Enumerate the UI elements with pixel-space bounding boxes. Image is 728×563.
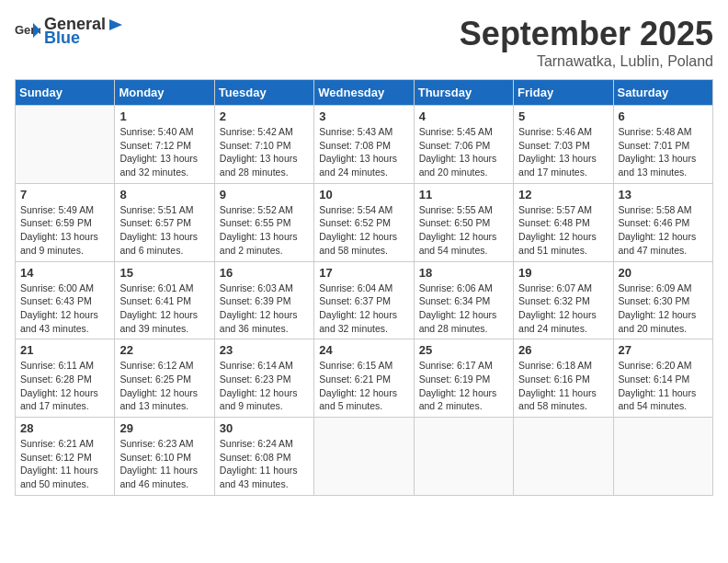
day-info-line: Daylight: 12 hours bbox=[119, 387, 198, 398]
day-info-line: and 43 minutes. bbox=[20, 323, 89, 334]
day-info-line: Sunset: 6:48 PM bbox=[518, 217, 590, 228]
calendar-cell: 13Sunrise: 5:58 AMSunset: 6:46 PMDayligh… bbox=[613, 183, 712, 261]
day-info: Sunrise: 6:17 AMSunset: 6:19 PMDaylight:… bbox=[419, 359, 508, 413]
day-info-line: Sunset: 6:59 PM bbox=[20, 217, 92, 228]
day-info-line: Sunset: 6:21 PM bbox=[319, 373, 391, 385]
day-info-line: Daylight: 12 hours bbox=[319, 231, 397, 242]
day-info-line: Daylight: 12 hours bbox=[419, 309, 497, 320]
day-info-line: Sunrise: 5:45 AM bbox=[419, 126, 493, 137]
day-info-line: Sunrise: 6:15 AM bbox=[319, 360, 392, 371]
day-info-line: Sunrise: 6:09 AM bbox=[619, 282, 692, 293]
calendar-cell: 5Sunrise: 5:46 AMSunset: 7:03 PMDaylight… bbox=[514, 106, 613, 184]
day-info-line: Sunset: 7:03 PM bbox=[518, 140, 590, 151]
day-info-line: Daylight: 13 hours bbox=[20, 231, 98, 242]
day-info-line: Sunrise: 5:52 AM bbox=[220, 204, 293, 215]
day-info-line: Daylight: 13 hours bbox=[220, 153, 298, 164]
day-info: Sunrise: 5:54 AMSunset: 6:52 PMDaylight:… bbox=[319, 203, 408, 258]
calendar-cell bbox=[16, 106, 115, 184]
calendar-cell: 15Sunrise: 6:01 AMSunset: 6:41 PMDayligh… bbox=[115, 261, 214, 339]
day-info-line: Sunset: 6:10 PM bbox=[119, 452, 191, 463]
day-info-line: and 46 minutes. bbox=[119, 478, 188, 489]
weekday-header: Monday bbox=[115, 80, 214, 106]
calendar-week-row: 14Sunrise: 6:00 AMSunset: 6:43 PMDayligh… bbox=[16, 261, 713, 339]
day-info-line: Sunrise: 5:49 AM bbox=[20, 204, 94, 215]
day-info-line: Sunrise: 5:51 AM bbox=[119, 204, 193, 215]
calendar-cell: 1Sunrise: 5:40 AMSunset: 7:12 PMDaylight… bbox=[115, 106, 214, 184]
day-info-line: Sunrise: 5:40 AM bbox=[119, 126, 193, 137]
day-info-line: Sunset: 6:57 PM bbox=[119, 217, 191, 228]
weekday-header-row: SundayMondayTuesdayWednesdayThursdayFrid… bbox=[16, 80, 713, 106]
calendar-cell: 20Sunrise: 6:09 AMSunset: 6:30 PMDayligh… bbox=[613, 261, 712, 339]
calendar-cell bbox=[613, 418, 712, 496]
day-info: Sunrise: 6:01 AMSunset: 6:41 PMDaylight:… bbox=[119, 282, 209, 336]
day-info-line: Daylight: 12 hours bbox=[518, 309, 597, 320]
day-number: 16 bbox=[220, 266, 309, 280]
calendar-cell: 18Sunrise: 6:06 AMSunset: 6:34 PMDayligh… bbox=[414, 261, 513, 339]
day-info-line: Sunrise: 6:01 AM bbox=[119, 282, 193, 293]
day-number: 13 bbox=[619, 188, 708, 201]
day-info-line: and 20 minutes. bbox=[419, 167, 488, 178]
day-number: 10 bbox=[319, 188, 408, 201]
day-info-line: Sunrise: 6:03 AM bbox=[220, 282, 293, 293]
day-info-line: and 17 minutes. bbox=[20, 400, 89, 411]
day-number: 17 bbox=[319, 266, 408, 280]
calendar-cell: 12Sunrise: 5:57 AMSunset: 6:48 PMDayligh… bbox=[514, 183, 613, 261]
day-info-line: and 24 minutes. bbox=[319, 167, 388, 178]
day-number: 20 bbox=[619, 266, 708, 280]
day-info-line: Sunset: 6:52 PM bbox=[319, 217, 391, 228]
logo-icon: General bbox=[15, 21, 40, 41]
day-info-line: and 50 minutes. bbox=[20, 478, 89, 489]
day-info-line: and 13 minutes. bbox=[119, 400, 188, 411]
calendar-cell: 17Sunrise: 6:04 AMSunset: 6:37 PMDayligh… bbox=[314, 261, 414, 339]
calendar-cell: 2Sunrise: 5:42 AMSunset: 7:10 PMDaylight… bbox=[214, 106, 313, 184]
calendar-cell: 23Sunrise: 6:14 AMSunset: 6:23 PMDayligh… bbox=[214, 339, 313, 418]
calendar-cell: 21Sunrise: 6:11 AMSunset: 6:28 PMDayligh… bbox=[16, 339, 115, 418]
weekday-header: Saturday bbox=[613, 80, 712, 106]
day-number: 19 bbox=[518, 266, 608, 280]
day-number: 25 bbox=[419, 343, 508, 357]
day-info-line: and 20 minutes. bbox=[619, 323, 688, 334]
day-info-line: and 32 minutes. bbox=[119, 167, 188, 178]
calendar-week-row: 28Sunrise: 6:21 AMSunset: 6:12 PMDayligh… bbox=[16, 418, 713, 496]
calendar-cell: 11Sunrise: 5:55 AMSunset: 6:50 PMDayligh… bbox=[414, 183, 513, 261]
day-info-line: Sunrise: 5:54 AM bbox=[319, 204, 392, 215]
day-info-line: Daylight: 12 hours bbox=[319, 309, 397, 320]
calendar-cell: 29Sunrise: 6:23 AMSunset: 6:10 PMDayligh… bbox=[115, 418, 214, 496]
calendar-body: 1Sunrise: 5:40 AMSunset: 7:12 PMDaylight… bbox=[16, 106, 713, 496]
day-number: 3 bbox=[319, 109, 408, 123]
day-info-line: Sunset: 6:12 PM bbox=[20, 452, 92, 463]
day-info-line: Sunset: 6:39 PM bbox=[220, 295, 291, 306]
day-info-line: Sunset: 6:28 PM bbox=[20, 373, 92, 385]
calendar-cell: 16Sunrise: 6:03 AMSunset: 6:39 PMDayligh… bbox=[214, 261, 313, 339]
day-info-line: and 17 minutes. bbox=[518, 167, 587, 178]
weekday-header: Friday bbox=[514, 80, 613, 106]
day-info: Sunrise: 5:57 AMSunset: 6:48 PMDaylight:… bbox=[518, 203, 608, 258]
day-number: 1 bbox=[119, 109, 209, 123]
day-info: Sunrise: 6:12 AMSunset: 6:25 PMDaylight:… bbox=[119, 359, 209, 413]
day-info-line: and 9 minutes. bbox=[20, 245, 84, 256]
day-info: Sunrise: 6:00 AMSunset: 6:43 PMDaylight:… bbox=[20, 282, 109, 336]
day-info: Sunrise: 6:21 AMSunset: 6:12 PMDaylight:… bbox=[20, 437, 109, 491]
day-info-line: Daylight: 12 hours bbox=[619, 309, 697, 320]
day-info-line: Daylight: 12 hours bbox=[619, 231, 697, 242]
day-info-line: and 43 minutes. bbox=[220, 478, 289, 489]
day-info-line: Sunrise: 6:12 AM bbox=[119, 360, 193, 371]
day-info-line: Sunrise: 6:18 AM bbox=[518, 360, 592, 371]
day-number: 8 bbox=[119, 188, 209, 201]
day-info-line: Daylight: 11 hours bbox=[220, 465, 298, 476]
weekday-header: Tuesday bbox=[214, 80, 313, 106]
calendar-cell: 14Sunrise: 6:00 AMSunset: 6:43 PMDayligh… bbox=[16, 261, 115, 339]
day-info: Sunrise: 5:42 AMSunset: 7:10 PMDaylight:… bbox=[220, 125, 309, 179]
day-number: 26 bbox=[518, 343, 608, 357]
day-number: 11 bbox=[419, 188, 508, 201]
day-number: 28 bbox=[20, 421, 109, 435]
day-info: Sunrise: 5:52 AMSunset: 6:55 PMDaylight:… bbox=[220, 203, 309, 258]
day-info-line: Sunset: 6:34 PM bbox=[419, 295, 491, 306]
calendar-week-row: 7Sunrise: 5:49 AMSunset: 6:59 PMDaylight… bbox=[16, 183, 713, 261]
day-info-line: and 54 minutes. bbox=[419, 245, 488, 256]
day-info-line: Sunrise: 6:24 AM bbox=[220, 438, 293, 449]
day-info: Sunrise: 6:20 AMSunset: 6:14 PMDaylight:… bbox=[619, 359, 708, 413]
day-info-line: Sunset: 7:01 PM bbox=[619, 140, 690, 151]
logo-triangle-icon bbox=[106, 16, 124, 34]
day-info-line: Daylight: 12 hours bbox=[419, 231, 497, 242]
